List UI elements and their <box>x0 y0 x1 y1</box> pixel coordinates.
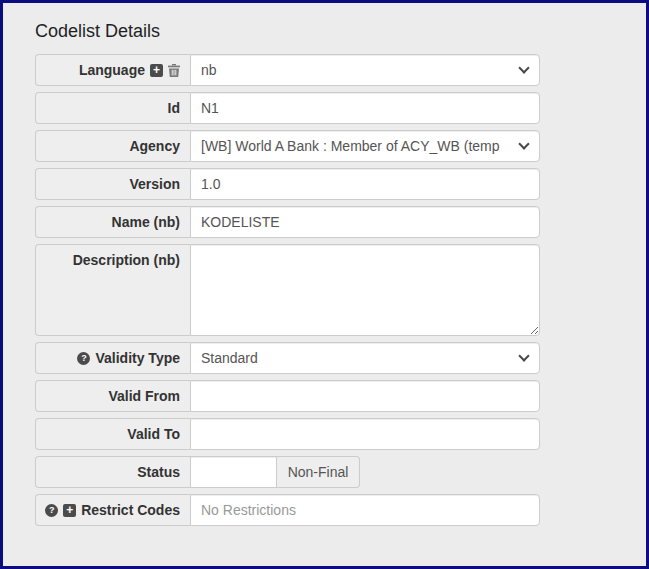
status-badge: Non-Final <box>277 456 360 488</box>
valid-to-input[interactable] <box>190 418 540 450</box>
codelist-details-page: Codelist Details Language + <box>0 0 649 569</box>
restrict-codes-input[interactable] <box>190 494 540 526</box>
name-input[interactable] <box>190 206 540 238</box>
valid-from-row: Valid From <box>35 380 540 412</box>
id-label: Id <box>168 100 180 116</box>
language-label: Language <box>79 62 145 78</box>
version-label: Version <box>129 176 180 192</box>
agency-label: Agency <box>129 138 180 154</box>
valid-from-input[interactable] <box>190 380 540 412</box>
codelist-details-form: Language + nb <box>35 54 540 526</box>
help-icon[interactable]: ? <box>77 352 90 365</box>
version-input[interactable] <box>190 168 540 200</box>
description-row: Description (nb) <box>35 244 540 336</box>
agency-label-cell: Agency <box>35 130 190 162</box>
valid-to-row: Valid To <box>35 418 540 450</box>
name-label-cell: Name (nb) <box>35 206 190 238</box>
agency-row: Agency [WB] World A Bank : Member of ACY… <box>35 130 540 162</box>
status-row: Status Non-Final <box>35 456 360 488</box>
language-select[interactable]: nb <box>190 54 540 86</box>
status-label: Status <box>137 464 180 480</box>
validity-type-select[interactable]: Standard <box>190 342 540 374</box>
validity-type-label-cell: ? Validity Type <box>35 342 190 374</box>
help-icon[interactable]: ? <box>45 504 58 517</box>
valid-to-label: Valid To <box>127 426 180 442</box>
valid-to-label-cell: Valid To <box>35 418 190 450</box>
valid-from-label: Valid From <box>108 388 180 404</box>
id-row: Id <box>35 92 540 124</box>
restrict-codes-label-cell: ? + Restrict Codes <box>35 494 190 526</box>
status-input[interactable] <box>190 456 277 488</box>
restrict-codes-label: Restrict Codes <box>81 502 180 518</box>
validity-type-label: Validity Type <box>95 350 180 366</box>
page-title: Codelist Details <box>35 21 646 42</box>
name-row: Name (nb) <box>35 206 540 238</box>
version-label-cell: Version <box>35 168 190 200</box>
delete-language-icon[interactable] <box>168 64 180 77</box>
status-label-cell: Status <box>35 456 190 488</box>
id-input[interactable] <box>190 92 540 124</box>
language-label-cell: Language + <box>35 54 190 86</box>
description-label: Description (nb) <box>73 252 180 268</box>
agency-select[interactable]: [WB] World A Bank : Member of ACY_WB (te… <box>190 130 540 162</box>
description-label-cell: Description (nb) <box>35 244 190 336</box>
name-label: Name (nb) <box>112 214 180 230</box>
description-textarea[interactable] <box>190 244 540 336</box>
add-language-icon[interactable]: + <box>150 64 163 77</box>
add-restriction-icon[interactable]: + <box>63 504 76 517</box>
version-row: Version <box>35 168 540 200</box>
id-label-cell: Id <box>35 92 190 124</box>
valid-from-label-cell: Valid From <box>35 380 190 412</box>
restrict-codes-row: ? + Restrict Codes <box>35 494 540 526</box>
validity-type-row: ? Validity Type Standard <box>35 342 540 374</box>
language-row: Language + nb <box>35 54 540 86</box>
